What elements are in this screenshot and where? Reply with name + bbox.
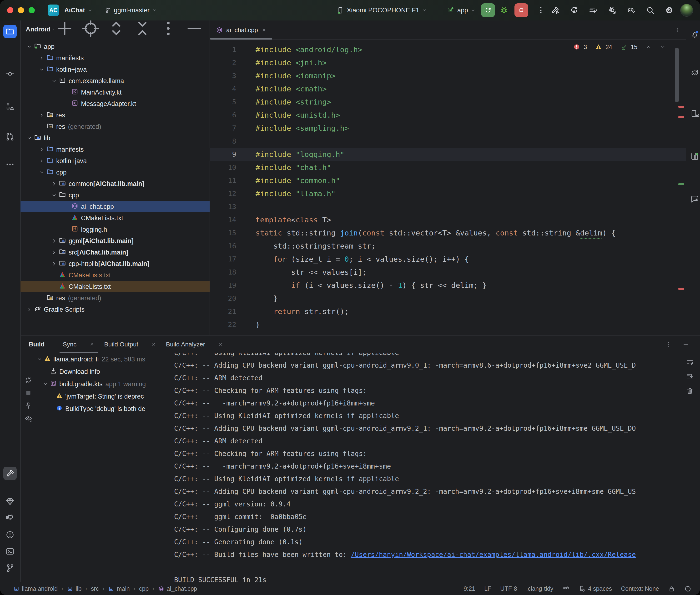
build-splitter[interactable]: [171, 353, 171, 582]
error-stripe-mark[interactable]: [678, 116, 684, 118]
close-tab-icon[interactable]: [218, 342, 223, 347]
breadcrumb-item[interactable]: src: [91, 585, 99, 592]
console-link[interactable]: /Users/hanyin/Workspace/ai-chat/examples…: [351, 551, 636, 559]
tree-item[interactable]: ggml [AiChat.lib.main]: [21, 235, 209, 247]
apply-code-button[interactable]: [588, 5, 598, 16]
tree-item[interactable]: manifests: [21, 52, 209, 64]
tool-stripe-more-h-button[interactable]: [3, 158, 17, 171]
tool-stripe-gem-button[interactable]: [3, 495, 17, 508]
tree-item[interactable]: MessageAdapter.kt: [21, 98, 209, 110]
breadcrumb-item[interactable]: lib: [67, 585, 81, 592]
minimize-window-button[interactable]: [18, 7, 24, 13]
status-write-access[interactable]: [668, 585, 675, 592]
refresh-button[interactable]: [24, 376, 32, 384]
status-caret-position[interactable]: 9:21: [464, 585, 475, 592]
build-options-kebab-icon[interactable]: [665, 341, 672, 348]
tool-stripe-gemini-chat-button[interactable]: [688, 192, 700, 206]
build-tree-item[interactable]: llama.android: fi22 sec, 583 ms: [36, 353, 171, 366]
project-kebab-button[interactable]: [158, 21, 178, 40]
soft-wrap-button[interactable]: [686, 358, 694, 367]
avatar[interactable]: [680, 4, 693, 17]
tool-stripe-git-branch-button[interactable]: [3, 561, 17, 575]
tree-item[interactable]: kotlin+java: [21, 155, 209, 167]
breadcrumb-item[interactable]: llama.android: [13, 585, 58, 592]
run-configuration-selector[interactable]: app: [446, 4, 476, 16]
tool-stripe-commit-button[interactable]: [3, 67, 17, 81]
trash-button[interactable]: [686, 387, 694, 396]
tree-item[interactable]: res(generated): [21, 292, 209, 304]
attach-debugger-button[interactable]: [607, 5, 617, 16]
gradle-sync-button[interactable]: [626, 5, 636, 16]
build-tree-item[interactable]: BuildType 'debug' is both de: [36, 403, 171, 415]
tool-stripe-hammer-button[interactable]: [3, 467, 17, 480]
previous-problem-icon[interactable]: [645, 44, 652, 50]
status-file-encoding[interactable]: UTF-8: [500, 585, 517, 592]
rerun-button[interactable]: [481, 3, 495, 17]
tree-item[interactable]: app: [21, 41, 209, 52]
code-area[interactable]: 1#include <android/log.h>2#include <jni.…: [209, 39, 686, 335]
tool-stripe-pull-request-button[interactable]: [3, 130, 17, 143]
tree-item[interactable]: CMakeLists.txt: [21, 213, 209, 224]
branch-selector[interactable]: ggml-master: [104, 4, 157, 16]
tree-item[interactable]: CMakeLists.txt: [21, 281, 209, 292]
tree-item[interactable]: lib: [21, 132, 209, 144]
tree-item[interactable]: cpp-httplib [AiChat.lib.main]: [21, 258, 209, 270]
build-tab-sync[interactable]: Sync: [58, 336, 100, 353]
project-plus-button[interactable]: [55, 21, 75, 40]
next-problem-icon[interactable]: [660, 44, 666, 50]
tool-stripe-gradle-button[interactable]: [688, 66, 700, 80]
project-locate-button[interactable]: [81, 21, 101, 40]
scroll-end-button[interactable]: [686, 373, 694, 382]
tree-item[interactable]: cpp: [21, 190, 209, 201]
status-formatter[interactable]: [562, 585, 569, 592]
build-tab-build-analyzer[interactable]: Build Analyzer: [161, 336, 228, 353]
project-minus-button[interactable]: [184, 21, 204, 40]
tree-item[interactable]: res(generated): [21, 121, 209, 132]
tool-stripe-running-devices-button[interactable]: [688, 149, 700, 163]
breadcrumb-item[interactable]: main: [108, 585, 130, 592]
build-tab-build-output[interactable]: Build Output: [99, 336, 161, 353]
close-window-button[interactable]: [7, 7, 13, 13]
project-collapse-all-button[interactable]: [132, 21, 152, 40]
tree-item[interactable]: Gradle Scripts: [21, 304, 209, 315]
tree-item[interactable]: res: [21, 110, 209, 121]
status-clang-tidy[interactable]: .clang-tidy: [526, 585, 553, 592]
tree-item[interactable]: CMakeLists.txt: [21, 270, 209, 281]
tool-stripe-device-manager-button[interactable]: [688, 107, 700, 120]
tree-item[interactable]: cpp: [21, 167, 209, 178]
tool-stripe-structure-button[interactable]: [3, 100, 17, 113]
tree-item[interactable]: com.example.llama: [21, 75, 209, 87]
hide-tool-window-icon[interactable]: [682, 341, 690, 348]
error-stripe-mark[interactable]: [678, 106, 684, 108]
settings-button[interactable]: [665, 5, 674, 16]
tree-item[interactable]: kotlin+java: [21, 64, 209, 75]
tool-stripe-bell-dot-button[interactable]: [688, 28, 700, 41]
search-button[interactable]: [645, 5, 655, 16]
close-tab-icon[interactable]: [89, 342, 94, 347]
tree-item[interactable]: MainActivity.kt: [21, 87, 209, 98]
tree-item[interactable]: manifests: [21, 144, 209, 155]
project-selector[interactable]: AiChat: [64, 4, 93, 16]
error-stripe-mark[interactable]: [678, 288, 684, 290]
build-console[interactable]: C/C++: -- Using KleidiAI optimized kerne…: [174, 353, 679, 582]
editor-options-kebab-icon[interactable]: [674, 26, 681, 34]
status-context[interactable]: Context: None: [621, 585, 659, 592]
project-expand-all-button[interactable]: [106, 21, 127, 40]
status-line-separator[interactable]: LF: [484, 585, 491, 592]
stop-button[interactable]: [514, 3, 528, 17]
debug-button[interactable]: [499, 5, 509, 16]
tool-stripe-terminal-button[interactable]: [3, 545, 17, 558]
breadcrumb-item[interactable]: ai_chat.cpp: [158, 585, 197, 592]
status-inspections-widget[interactable]: [684, 585, 692, 592]
breadcrumb-item[interactable]: cpp: [139, 585, 149, 592]
stop-grey-button[interactable]: [24, 389, 32, 397]
tree-item[interactable]: common [AiChat.lib.main]: [21, 178, 209, 190]
project-view-selector[interactable]: Android: [26, 26, 50, 33]
build-tree-item[interactable]: Download info: [36, 366, 171, 378]
build-tree-item[interactable]: 'jvmTarget: String' is deprec: [36, 390, 171, 403]
error-stripe-mark[interactable]: [678, 183, 684, 185]
close-tab-icon[interactable]: [151, 342, 156, 347]
build-tree-item[interactable]: build.gradle.ktsapp 1 warning: [36, 378, 171, 390]
tool-stripe-logcat-button[interactable]: [3, 511, 17, 525]
pin-button[interactable]: [24, 402, 32, 410]
